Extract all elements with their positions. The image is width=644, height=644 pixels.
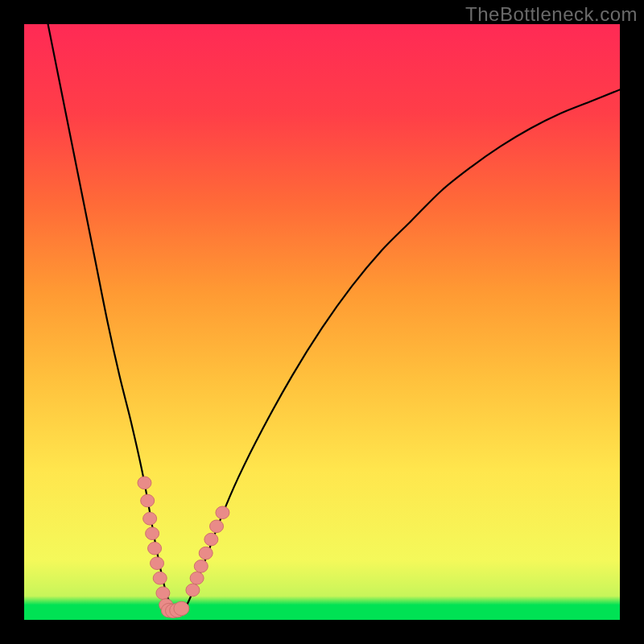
data-marker: [138, 477, 151, 489]
chart-frame: TheBottleneck.com: [0, 0, 644, 644]
data-markers: [138, 477, 229, 618]
data-marker: [186, 584, 200, 597]
data-marker: [156, 587, 170, 600]
bottleneck-curve: [48, 24, 620, 611]
data-marker: [153, 572, 167, 584]
data-marker: [143, 512, 157, 525]
data-marker: [216, 506, 229, 519]
data-marker: [190, 572, 204, 584]
curve-svg: [24, 24, 620, 620]
data-marker: [146, 527, 159, 540]
data-marker: [199, 547, 213, 559]
data-marker: [204, 533, 218, 546]
data-marker: [174, 601, 189, 615]
data-marker: [141, 494, 155, 507]
plot-area: [24, 24, 620, 620]
data-marker: [194, 560, 208, 573]
data-marker: [151, 557, 164, 570]
data-marker: [210, 520, 224, 533]
watermark-text: TheBottleneck.com: [465, 3, 638, 26]
data-marker: [148, 542, 162, 555]
